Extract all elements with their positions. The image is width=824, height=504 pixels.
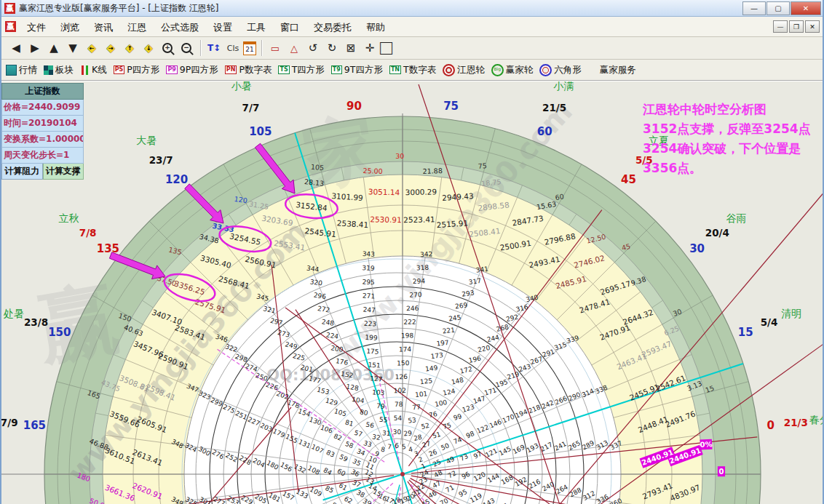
panel-row-3: 周天变化步长=1 xyxy=(1,148,84,164)
app-window: 赢 赢家江恩专业版[赢家服务平台] - [上证指数 江恩轮] — ▢ ✕ 赢 文… xyxy=(1,0,823,504)
spiral-number: 245 xyxy=(448,313,461,322)
gann-tool-9T四方形[interactable]: T99T四方形 xyxy=(331,64,383,76)
outer-degree-label: 45 xyxy=(621,173,636,186)
menu-2[interactable]: 资讯 xyxy=(87,20,120,35)
panel-row-1: 时间=20190104 xyxy=(1,116,84,132)
table-icon xyxy=(6,65,17,76)
pan-right-icon[interactable]: ▶ xyxy=(26,39,44,57)
spiral-number: 149 xyxy=(425,364,438,373)
window-title: 赢家江恩专业版[赢家服务平台] - [上证指数 江恩轮] xyxy=(19,2,219,15)
gann-tool-label: 9P四方形 xyxy=(180,64,218,76)
badge-icon: P9 xyxy=(166,65,177,74)
monitor-icon[interactable]: ⃞ xyxy=(380,39,397,57)
spiral-number: 198 xyxy=(401,332,414,339)
spiral-number: 28 xyxy=(413,433,422,442)
date-label: 21/3 xyxy=(784,417,808,428)
panel-row-2: 变换系数=1.00000 xyxy=(1,132,84,148)
spiral-number: 80 xyxy=(359,408,368,417)
menu-8[interactable]: 交易委托 xyxy=(306,20,359,35)
gann-tool-江恩轮[interactable]: 江恩轮 xyxy=(443,64,485,76)
gann-tool-K线[interactable]: K线 xyxy=(80,64,107,76)
toolbar-separator xyxy=(261,40,263,56)
spiral-number: 103 xyxy=(372,388,385,396)
spiral-number: 150 xyxy=(397,359,410,367)
menu-7[interactable]: 窗口 xyxy=(273,20,306,35)
degree-ring-label: 105 xyxy=(310,163,324,172)
wheel-center-dot xyxy=(400,472,405,476)
pan-left-icon[interactable]: ◀ xyxy=(7,39,25,57)
spiral-number: 343 xyxy=(363,250,376,258)
candle-icon xyxy=(80,65,90,75)
spiral-number: 295 xyxy=(362,278,375,286)
solar-term-label: 清明 xyxy=(781,308,801,319)
spiral-number: 151 xyxy=(368,361,381,369)
close-button[interactable]: ✕ xyxy=(791,1,821,15)
solar-term-label: 谷雨 xyxy=(726,212,747,224)
menu-5[interactable]: 设置 xyxy=(206,20,239,35)
diamond-down-icon[interactable]: ◆↓ xyxy=(140,39,157,57)
square-tool-icon[interactable]: ▭ xyxy=(266,39,284,57)
gann-tool-行情[interactable]: 行情 xyxy=(6,64,37,76)
calc-support-button[interactable]: 计算支撑 xyxy=(43,164,84,180)
menu-3[interactable]: 江恩 xyxy=(120,20,154,35)
gann-tool-P四方形[interactable]: PSP四方形 xyxy=(114,64,160,76)
gann-tool-板块[interactable]: 板块 xyxy=(44,64,74,76)
maximize-button[interactable]: ▢ xyxy=(766,1,790,15)
spiral-number: 271 xyxy=(363,292,376,300)
calc-resistance-button[interactable]: 计算阻力 xyxy=(1,164,43,180)
menu-9[interactable]: 帮助 xyxy=(359,20,392,35)
chart-area: 赢家www.yingjia360.comwww.yingjia360.comQQ… xyxy=(1,81,823,504)
outer-degree-label: 165 xyxy=(23,419,46,432)
gann-tool-9P四方形[interactable]: P99P四方形 xyxy=(166,64,218,76)
gann-tool-label: P四方形 xyxy=(127,64,159,76)
gann-tool-T数字表[interactable]: TNT数字表 xyxy=(389,64,436,76)
menu-6[interactable]: 工具 xyxy=(239,20,273,35)
badge-icon: TN xyxy=(389,65,401,74)
menu-1[interactable]: 浏览 xyxy=(53,20,87,35)
solar-term-label: 小暑 xyxy=(231,81,252,92)
highlight-value: 0% xyxy=(700,440,713,449)
gann-tool-T四方形[interactable]: TST四方形 xyxy=(278,64,324,76)
mdi-restore-button[interactable]: ❐ xyxy=(789,20,804,33)
rotate-cw-icon[interactable]: ↻ xyxy=(323,39,341,57)
outer-degree-label: 60 xyxy=(537,125,552,138)
diamond-right-icon[interactable]: ◆→ xyxy=(102,39,119,57)
spiral-number: 126 xyxy=(395,373,408,380)
mdi-minimize-button[interactable]: — xyxy=(773,20,788,33)
diamond-left-icon[interactable]: ◆← xyxy=(83,39,100,57)
time-axis-icon[interactable]: T↕ xyxy=(205,39,223,57)
gann-tool-P数字表[interactable]: PNP数字表 xyxy=(225,64,272,76)
spiral-number: 319 xyxy=(362,264,375,272)
rotate-ccw-icon[interactable]: ↺ xyxy=(304,39,322,57)
menu-logo-icon: 赢 xyxy=(5,21,16,32)
gann-tool-六角形[interactable]: 六角形 xyxy=(539,64,582,76)
mdi-close-button[interactable]: ✕ xyxy=(805,20,820,33)
calendar-icon[interactable]: 21 xyxy=(243,41,256,55)
spiral-number: 79 xyxy=(376,402,386,410)
cls-button[interactable]: Cls xyxy=(224,39,242,57)
collapse-icon[interactable]: ✛ xyxy=(361,39,379,57)
spiral-number: 197 xyxy=(436,339,449,348)
diamond-up-icon[interactable]: ◆↑ xyxy=(121,39,138,57)
solar-term-label: 处暑 xyxy=(3,308,24,319)
date-label: 23/7 xyxy=(149,154,173,166)
minimize-button[interactable]: — xyxy=(742,1,766,15)
triangle-tool-icon[interactable]: △ xyxy=(285,39,303,57)
zoom-in-icon[interactable]: + xyxy=(159,39,176,57)
price-label: 2530.91 xyxy=(370,215,402,224)
gann-tool-label: T数字表 xyxy=(403,64,436,76)
degree-ring-label: 60 xyxy=(555,192,565,201)
spiral-number: 247 xyxy=(363,306,376,314)
price-label: 3000.29 xyxy=(405,187,437,196)
gann-tool-赢家服务[interactable]: 赢家服务 xyxy=(588,64,636,76)
zoom-out-icon[interactable]: − xyxy=(178,39,195,57)
spiral-number: 77 xyxy=(412,403,421,411)
pointer-down-icon[interactable]: ▼ xyxy=(64,39,82,57)
box-x-icon[interactable]: ⊠ xyxy=(342,39,360,57)
gann-tool-赢家轮[interactable]: Big赢家轮 xyxy=(491,64,534,76)
date-label: 23/8 xyxy=(24,316,48,328)
menu-4[interactable]: 公式选股 xyxy=(154,20,206,35)
menu-0[interactable]: 文件 xyxy=(20,20,53,35)
pointer-up-icon[interactable]: ▲ xyxy=(45,39,63,57)
spiral-number: 101 xyxy=(415,390,428,399)
